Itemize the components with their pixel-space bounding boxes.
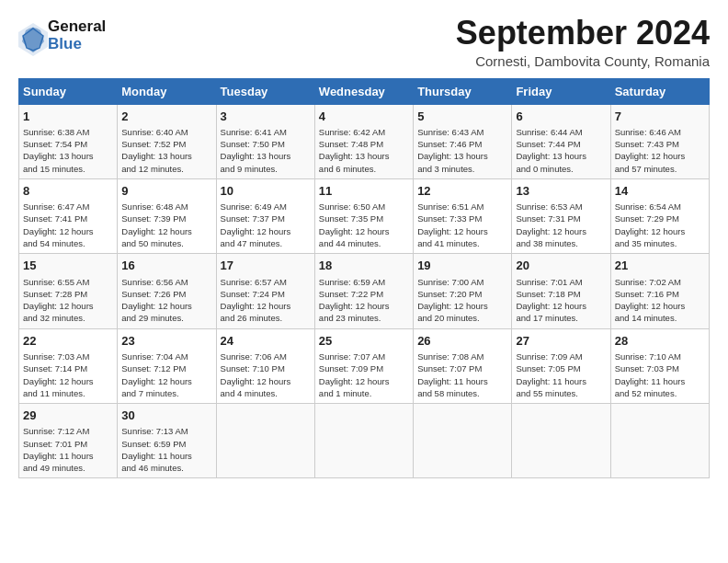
calendar-cell: 30Sunrise: 7:13 AM Sunset: 6:59 PM Dayli… <box>118 404 216 478</box>
calendar-cell: 15Sunrise: 6:55 AM Sunset: 7:28 PM Dayli… <box>19 254 118 328</box>
calendar-cell: 10Sunrise: 6:49 AM Sunset: 7:37 PM Dayli… <box>216 178 314 253</box>
week-row-2: 8Sunrise: 6:47 AM Sunset: 7:41 PM Daylig… <box>19 178 710 253</box>
calendar-cell: 16Sunrise: 6:56 AM Sunset: 7:26 PM Dayli… <box>118 254 216 328</box>
calendar-cell: 7Sunrise: 6:46 AM Sunset: 7:43 PM Daylig… <box>610 104 709 178</box>
day-info: Sunrise: 7:01 AM Sunset: 7:18 PM Dayligh… <box>516 276 606 325</box>
day-info: Sunrise: 7:09 AM Sunset: 7:05 PM Dayligh… <box>516 350 606 399</box>
day-number: 5 <box>417 109 507 125</box>
calendar-cell: 29Sunrise: 7:12 AM Sunset: 7:01 PM Dayli… <box>19 404 118 478</box>
day-info: Sunrise: 7:03 AM Sunset: 7:14 PM Dayligh… <box>23 350 113 399</box>
calendar-cell: 8Sunrise: 6:47 AM Sunset: 7:41 PM Daylig… <box>19 178 118 253</box>
day-number: 24 <box>221 333 311 350</box>
day-info: Sunrise: 7:00 AM Sunset: 7:20 PM Dayligh… <box>417 276 507 325</box>
day-number: 29 <box>23 408 113 424</box>
day-info: Sunrise: 6:46 AM Sunset: 7:43 PM Dayligh… <box>615 126 705 175</box>
calendar-cell: 17Sunrise: 6:57 AM Sunset: 7:24 PM Dayli… <box>216 254 314 328</box>
calendar-cell: 14Sunrise: 6:54 AM Sunset: 7:29 PM Dayli… <box>610 178 709 253</box>
day-number: 20 <box>516 258 606 274</box>
header: General Blue September 2024 Cornesti, Da… <box>18 15 710 69</box>
calendar-cell: 11Sunrise: 6:50 AM Sunset: 7:35 PM Dayli… <box>314 178 413 253</box>
calendar-cell: 6Sunrise: 6:44 AM Sunset: 7:44 PM Daylig… <box>512 104 610 178</box>
day-info: Sunrise: 6:43 AM Sunset: 7:46 PM Dayligh… <box>417 126 507 175</box>
day-info: Sunrise: 6:51 AM Sunset: 7:33 PM Dayligh… <box>417 201 507 249</box>
calendar-cell <box>512 404 610 478</box>
calendar-cell: 13Sunrise: 6:53 AM Sunset: 7:31 PM Dayli… <box>512 178 610 253</box>
calendar-page: General Blue September 2024 Cornesti, Da… <box>0 0 728 563</box>
day-info: Sunrise: 6:55 AM Sunset: 7:28 PM Dayligh… <box>23 276 113 325</box>
header-day-tuesday: Tuesday <box>216 78 314 104</box>
day-number: 6 <box>516 109 606 125</box>
day-number: 1 <box>23 109 113 125</box>
calendar-cell <box>610 404 709 478</box>
logo-line2: Blue <box>48 36 106 53</box>
day-info: Sunrise: 7:04 AM Sunset: 7:12 PM Dayligh… <box>121 350 211 399</box>
day-info: Sunrise: 6:42 AM Sunset: 7:48 PM Dayligh… <box>319 126 409 175</box>
day-number: 3 <box>221 109 311 125</box>
header-row: SundayMondayTuesdayWednesdayThursdayFrid… <box>19 78 710 104</box>
day-number: 8 <box>23 183 113 200</box>
logo-icon <box>18 23 44 49</box>
day-number: 23 <box>121 333 211 350</box>
day-info: Sunrise: 6:44 AM Sunset: 7:44 PM Dayligh… <box>516 126 606 175</box>
day-number: 27 <box>516 333 606 350</box>
day-number: 9 <box>121 183 211 200</box>
day-number: 13 <box>516 183 606 200</box>
day-info: Sunrise: 6:59 AM Sunset: 7:22 PM Dayligh… <box>319 276 409 325</box>
day-number: 26 <box>417 333 507 350</box>
title-area: September 2024 Cornesti, Dambovita Count… <box>456 15 710 69</box>
calendar-cell: 3Sunrise: 6:41 AM Sunset: 7:50 PM Daylig… <box>216 104 314 178</box>
calendar-cell: 12Sunrise: 6:51 AM Sunset: 7:33 PM Dayli… <box>414 178 512 253</box>
day-info: Sunrise: 7:13 AM Sunset: 6:59 PM Dayligh… <box>121 425 211 474</box>
day-info: Sunrise: 6:56 AM Sunset: 7:26 PM Dayligh… <box>121 276 211 325</box>
day-info: Sunrise: 7:12 AM Sunset: 7:01 PM Dayligh… <box>23 425 113 474</box>
week-row-4: 22Sunrise: 7:03 AM Sunset: 7:14 PM Dayli… <box>19 328 710 403</box>
calendar-cell: 2Sunrise: 6:40 AM Sunset: 7:52 PM Daylig… <box>118 104 216 178</box>
logo: General Blue <box>18 18 106 52</box>
logo-wordmark: General Blue <box>48 18 106 52</box>
header-day-wednesday: Wednesday <box>314 78 413 104</box>
day-number: 30 <box>121 408 211 424</box>
day-number: 16 <box>121 258 211 274</box>
day-info: Sunrise: 6:38 AM Sunset: 7:54 PM Dayligh… <box>23 126 113 175</box>
calendar-cell <box>414 404 512 478</box>
day-number: 15 <box>23 258 113 274</box>
calendar-cell: 1Sunrise: 6:38 AM Sunset: 7:54 PM Daylig… <box>19 104 118 178</box>
calendar-cell: 5Sunrise: 6:43 AM Sunset: 7:46 PM Daylig… <box>414 104 512 178</box>
calendar-cell: 4Sunrise: 6:42 AM Sunset: 7:48 PM Daylig… <box>314 104 413 178</box>
day-info: Sunrise: 6:53 AM Sunset: 7:31 PM Dayligh… <box>516 201 606 249</box>
day-number: 18 <box>319 258 409 274</box>
day-info: Sunrise: 7:08 AM Sunset: 7:07 PM Dayligh… <box>417 350 507 399</box>
day-info: Sunrise: 6:50 AM Sunset: 7:35 PM Dayligh… <box>319 201 409 249</box>
day-number: 12 <box>417 183 507 200</box>
calendar-cell: 28Sunrise: 7:10 AM Sunset: 7:03 PM Dayli… <box>610 328 709 403</box>
day-info: Sunrise: 6:49 AM Sunset: 7:37 PM Dayligh… <box>221 201 311 249</box>
header-day-thursday: Thursday <box>414 78 512 104</box>
calendar-title: September 2024 <box>456 15 710 52</box>
logo-line1: General <box>48 18 106 36</box>
day-number: 7 <box>615 109 705 125</box>
day-info: Sunrise: 6:54 AM Sunset: 7:29 PM Dayligh… <box>615 201 705 249</box>
week-row-5: 29Sunrise: 7:12 AM Sunset: 7:01 PM Dayli… <box>19 404 710 478</box>
day-info: Sunrise: 6:57 AM Sunset: 7:24 PM Dayligh… <box>221 276 311 325</box>
week-row-3: 15Sunrise: 6:55 AM Sunset: 7:28 PM Dayli… <box>19 254 710 328</box>
day-number: 10 <box>221 183 311 200</box>
day-info: Sunrise: 6:48 AM Sunset: 7:39 PM Dayligh… <box>121 201 211 249</box>
calendar-cell <box>216 404 314 478</box>
calendar-table: SundayMondayTuesdayWednesdayThursdayFrid… <box>18 78 710 479</box>
header-day-sunday: Sunday <box>19 78 118 104</box>
day-number: 22 <box>23 333 113 350</box>
day-info: Sunrise: 7:10 AM Sunset: 7:03 PM Dayligh… <box>615 350 705 399</box>
day-info: Sunrise: 6:40 AM Sunset: 7:52 PM Dayligh… <box>121 126 211 175</box>
day-number: 17 <box>221 258 311 274</box>
header-day-friday: Friday <box>512 78 610 104</box>
day-number: 19 <box>417 258 507 274</box>
calendar-cell: 22Sunrise: 7:03 AM Sunset: 7:14 PM Dayli… <box>19 328 118 403</box>
calendar-cell: 21Sunrise: 7:02 AM Sunset: 7:16 PM Dayli… <box>610 254 709 328</box>
header-day-monday: Monday <box>118 78 216 104</box>
week-row-1: 1Sunrise: 6:38 AM Sunset: 7:54 PM Daylig… <box>19 104 710 178</box>
day-number: 14 <box>615 183 705 200</box>
header-day-saturday: Saturday <box>610 78 709 104</box>
day-number: 25 <box>319 333 409 350</box>
calendar-cell: 18Sunrise: 6:59 AM Sunset: 7:22 PM Dayli… <box>314 254 413 328</box>
day-info: Sunrise: 6:41 AM Sunset: 7:50 PM Dayligh… <box>221 126 311 175</box>
